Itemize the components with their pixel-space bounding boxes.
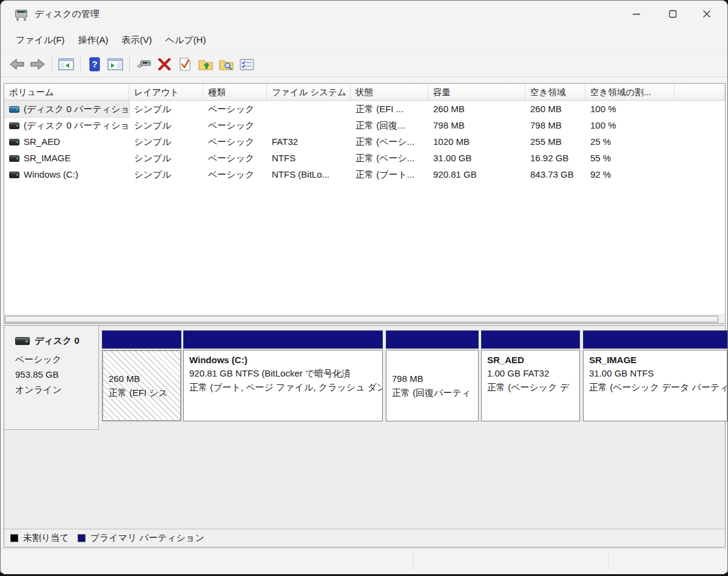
minimize-button[interactable] [618, 1, 655, 27]
graphical-view-pane: ディスク 0 ベーシック 953.85 GB オンライン 260 MB 正常 (… [4, 325, 726, 548]
table-row[interactable]: (ディスク 0 パーティショ... シンプル ベーシック 正常 (EFI ...… [4, 101, 725, 117]
window-title: ディスクの管理 [35, 8, 99, 20]
legend-unallocated: 未割り当て [10, 532, 69, 544]
volume-disk-icon [9, 155, 19, 162]
partition-block-windows-c[interactable]: Windows (C:) 920.81 GB NTFS (BitLocker で… [183, 330, 383, 423]
menu-file[interactable]: ファイル(F) [9, 32, 72, 49]
disk-name: ディスク 0 [35, 335, 79, 347]
close-button[interactable] [689, 1, 725, 27]
disk-status: オンライン [15, 382, 98, 397]
menu-help[interactable]: ヘルプ(H) [159, 32, 213, 49]
menu-view[interactable]: 表示(V) [115, 32, 159, 49]
primary-partition-swatch [78, 534, 86, 542]
table-row[interactable]: Windows (C:) シンプル ベーシック NTFS (BitLo... 正… [4, 166, 725, 183]
partition-block-recovery[interactable]: 798 MB 正常 (回復パーティ [386, 330, 479, 423]
delete-volume-icon[interactable] [154, 55, 175, 74]
menu-action[interactable]: 操作(A) [72, 32, 115, 49]
folder-search-icon[interactable] [216, 55, 237, 74]
disk-device-icon[interactable] [133, 55, 154, 74]
folder-up-icon[interactable] [195, 55, 216, 74]
svg-text:?: ? [92, 59, 97, 69]
table-header: ボリューム レイアウト 種類 ファイル システム 状態 容量 空き領域 空き領域… [4, 84, 725, 101]
column-header-free-pct[interactable]: 空き領域の割... [585, 84, 675, 100]
maximize-button[interactable] [655, 1, 691, 27]
disk-icon [15, 337, 30, 345]
volume-disk-icon [9, 172, 19, 178]
partition-header-bar [481, 330, 580, 349]
column-header-type[interactable]: 種類 [203, 84, 267, 100]
volume-disk-icon [9, 106, 19, 113]
partition-block-efi[interactable]: 260 MB 正常 (EFI シス [102, 330, 181, 423]
help-icon[interactable]: ? [84, 55, 105, 74]
partition-block-sr-aed[interactable]: SR_AED 1.00 GB FAT32 正常 (ベーシック デ [481, 330, 580, 423]
column-header-empty[interactable] [675, 84, 725, 100]
volume-list-pane: ボリューム レイアウト 種類 ファイル システム 状態 容量 空き領域 空き領域… [4, 83, 726, 324]
partition-header-bar [583, 330, 727, 349]
table-row[interactable]: SR_AED シンプル ベーシック FAT32 正常 (ベーシ... 1020 … [4, 133, 725, 150]
volume-disk-icon [9, 139, 19, 146]
check-document-icon[interactable] [175, 55, 195, 74]
scrollbar-thumb[interactable] [5, 316, 718, 323]
volume-disk-icon [9, 122, 19, 129]
forward-icon[interactable] [27, 55, 48, 74]
disk-type: ベーシック [15, 352, 98, 367]
back-icon[interactable] [7, 55, 27, 74]
table-row[interactable]: (ディスク 0 パーティショ... シンプル ベーシック 正常 (回復... 7… [4, 117, 725, 133]
title-bar[interactable]: ディスクの管理 [1, 1, 727, 30]
table-body: (ディスク 0 パーティショ... シンプル ベーシック 正常 (EFI ...… [4, 101, 725, 315]
disk-management-window: ディスクの管理 ファイル(F) 操作(A) 表示(V) ヘルプ(H) [0, 0, 728, 576]
legend-bar: 未割り当て プライマリ パーティション [4, 529, 725, 547]
horizontal-scrollbar[interactable] [4, 315, 725, 323]
settings-list-icon[interactable] [237, 55, 257, 74]
show-action-pane-icon[interactable] [105, 55, 126, 74]
partition-block-sr-image[interactable]: SR_IMAGE 31.00 GB NTFS 正常 (ベーシック データ パーテ… [583, 330, 727, 423]
table-row[interactable]: SR_IMAGE シンプル ベーシック NTFS 正常 (ベーシ... 31.0… [4, 150, 725, 166]
menu-bar: ファイル(F) 操作(A) 表示(V) ヘルプ(H) [1, 30, 727, 52]
show-console-tree-icon[interactable] [56, 55, 76, 74]
partition-header-bar [386, 330, 479, 349]
partition-header-bar [102, 330, 181, 349]
column-header-filesystem[interactable]: ファイル システム [267, 84, 351, 100]
unallocated-swatch [10, 534, 18, 542]
legend-primary-partition: プライマリ パーティション [78, 532, 204, 544]
status-bar [1, 548, 727, 575]
disk0-panel[interactable]: ディスク 0 ベーシック 953.85 GB オンライン [4, 326, 99, 430]
column-header-capacity[interactable]: 容量 [428, 84, 525, 100]
column-header-free[interactable]: 空き領域 [525, 84, 585, 100]
column-header-layout[interactable]: レイアウト [129, 84, 203, 100]
partition-header-bar [183, 330, 383, 349]
column-header-volume[interactable]: ボリューム [4, 84, 129, 100]
disk-size: 953.85 GB [15, 367, 98, 382]
toolbar: ? [1, 52, 727, 77]
column-header-status[interactable]: 状態 [351, 84, 428, 100]
app-disk-icon [14, 10, 29, 21]
